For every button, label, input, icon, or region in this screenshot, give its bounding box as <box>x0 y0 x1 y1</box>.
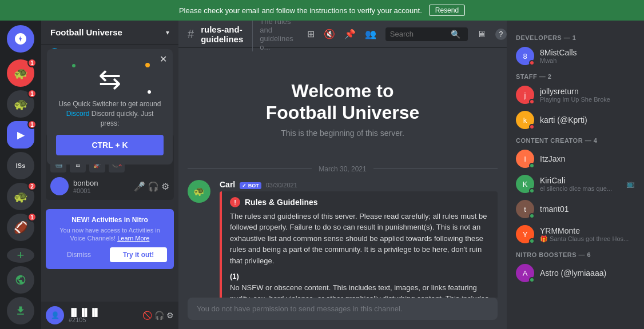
server-header[interactable]: Football Universe ▾ <box>41 21 178 45</box>
member-avatar: 8 <box>516 47 534 65</box>
mic-icon[interactable]: 🎤 <box>134 181 145 192</box>
message-avatar: 🐢 <box>188 180 210 203</box>
user-controls: 🚫 🎧 ⚙ <box>142 311 174 320</box>
member-avatar: Y <box>516 225 534 243</box>
main-layout: 🐢1 🐢1 ▶1 ISs 🐢2 🏈1 + Football Universe ▾… <box>0 21 644 329</box>
member-row[interactable]: Y YRMMonte 🎁 Santa Claus got three Hos..… <box>511 222 639 247</box>
message-embed: ! Rules & Guidelines The rules and guide… <box>220 191 498 298</box>
member-row[interactable]: j jollysreturn Playing Im Up She Broke <box>511 82 639 107</box>
member-avatar: t <box>516 200 534 218</box>
member-row[interactable]: 8 8MistCalls Mwah <box>511 43 639 69</box>
member-row[interactable]: A Astro (@lymiaaaa) <box>511 260 639 286</box>
server-icon-1[interactable]: 🐢1 <box>7 59 34 87</box>
channel-name: rules-and-guidelines <box>201 25 243 44</box>
mute-icon[interactable]: 🚫 <box>142 311 152 320</box>
message-author: Carl <box>220 180 235 189</box>
welcome-subtitle: This is the beginning of this server. <box>188 129 498 138</box>
member-avatar: k <box>516 111 534 129</box>
quick-switcher-shortcut[interactable]: CTRL + K <box>56 135 164 155</box>
member-name: 8MistCalls <box>540 48 635 57</box>
quick-switcher-popup: ✕ ⇆ Use Quick Switcher to get around Dis… <box>47 49 173 164</box>
voice-username: bonbon <box>73 179 98 187</box>
download-button[interactable] <box>7 297 34 324</box>
member-group-header: CONTENT CREATOR — 4 <box>511 133 639 146</box>
member-group-header: DEVELOPERS — 1 <box>511 30 639 43</box>
channel-hash-icon: # <box>188 27 194 41</box>
server-icon-6[interactable]: 🏈1 <box>7 214 34 241</box>
hashtag-icon[interactable]: ⊞ <box>307 29 315 39</box>
nitro-activities-popup: NEW! Activities in Nitro You now have ac… <box>46 209 174 269</box>
welcome-heading: Welcome to Football Universe <box>188 80 498 124</box>
user-avatar: 👤 <box>46 306 64 324</box>
mute-channel-icon[interactable]: 🔇 <box>324 29 335 39</box>
member-group-header: NITRO BOOSTERS — 6 <box>511 247 639 260</box>
nitro-popup-description: You now have access to Activities in Voi… <box>53 226 167 243</box>
help-icon[interactable]: ? <box>495 29 507 40</box>
server-icon-4[interactable]: ISs <box>7 152 34 179</box>
member-activity: 🎁 Santa Claus got three Hos... <box>540 235 635 243</box>
warning-icon: ! <box>230 197 240 207</box>
member-avatar: j <box>516 86 534 104</box>
member-avatar: I <box>516 150 534 168</box>
member-name: tmant01 <box>540 204 635 214</box>
member-avatar: K <box>516 175 534 193</box>
server-icon-5[interactable]: 🐢2 <box>7 183 34 210</box>
member-info: jollysreturn Playing Im Up She Broke <box>540 87 635 103</box>
quick-switcher-description: Use Quick Switcher to get around Discord… <box>56 99 164 128</box>
channel-description: The rules and guidelines o... <box>252 21 293 51</box>
member-info: Astro (@lymiaaaa) <box>540 268 635 278</box>
discord-home-button[interactable] <box>7 25 34 53</box>
user-area: 👤 ▐▌▐▌▐▌ #2105 🚫 🎧 ⚙ <box>41 302 178 329</box>
server-list: 🐢1 🐢1 ▶1 ISs 🐢2 🏈1 + <box>0 21 41 329</box>
user-settings-icon[interactable]: ⚙ <box>166 311 174 320</box>
message-content: Carl ✓ BOT 03/30/2021 ! Rules & Guidelin… <box>220 180 498 298</box>
notification-text: Please check your email and follow the i… <box>179 6 422 15</box>
voice-user-avatar <box>50 177 69 195</box>
voice-user-row: bonbon #0001 🎤 🎧 ⚙ <box>50 177 169 195</box>
member-row[interactable]: I ItzJaxn <box>511 146 639 171</box>
chevron-down-icon: ▾ <box>166 29 169 37</box>
server-icon-3[interactable]: ▶1 <box>7 121 34 149</box>
member-sidebar: DEVELOPERS — 1 8 8MistCalls Mwah STAFF —… <box>507 21 644 329</box>
member-info: 8MistCalls Mwah <box>540 48 635 64</box>
inbox-icon[interactable]: 🖥 <box>477 29 486 39</box>
stream-icon: 📺 <box>626 180 635 188</box>
message-timestamp: 03/30/2021 <box>266 182 297 188</box>
members-icon[interactable]: 👥 <box>365 29 376 39</box>
dismiss-button[interactable]: Dismiss <box>53 247 105 262</box>
server-icon-2[interactable]: 🐢1 <box>7 90 34 118</box>
member-activity: Playing Im Up She Broke <box>540 96 635 103</box>
explore-button[interactable] <box>7 266 34 294</box>
headphone-icon[interactable]: 🎧 <box>148 181 159 192</box>
member-info: tmant01 <box>540 204 635 214</box>
member-row[interactable]: k karti (@Kprti) <box>511 107 639 133</box>
server-name: Football Universe <box>50 27 122 37</box>
member-row[interactable]: K KiriCali el silencio dice mas que... 📺 <box>511 171 639 196</box>
search-icon: 🔍 <box>451 30 460 39</box>
search-input[interactable] <box>390 30 447 38</box>
member-row[interactable]: t tmant01 <box>511 196 639 222</box>
tryit-button[interactable]: Try it out! <box>110 247 167 262</box>
member-group-header: STAFF — 2 <box>511 69 639 82</box>
deafen-icon[interactable]: 🎧 <box>154 311 164 320</box>
pin-icon[interactable]: 📌 <box>344 29 356 39</box>
embed-text-3: No NSFW or obscene content. This include… <box>230 282 490 298</box>
member-activity: el silencio dice mas que... <box>540 185 621 192</box>
member-name: YRMMonte <box>540 226 635 235</box>
welcome-section: Welcome to Football Universe This is the… <box>188 57 498 158</box>
member-avatar: A <box>516 264 534 282</box>
channel-footer: You do not have permission to send messa… <box>178 298 507 329</box>
voice-user-controls: 🎤 🎧 ⚙ <box>134 181 169 192</box>
learn-more-link[interactable]: Learn More <box>117 235 149 242</box>
voice-user-discrim: #0001 <box>73 187 98 194</box>
member-name: Astro (@lymiaaaa) <box>540 268 635 278</box>
settings-icon[interactable]: ⚙ <box>161 181 169 192</box>
search-box: 🔍 <box>385 27 468 41</box>
resend-button[interactable]: Resend <box>429 5 465 16</box>
member-name: KiriCali <box>540 176 621 185</box>
channel-header: # rules-and-guidelines The rules and gui… <box>178 21 507 48</box>
message-row: 🐢 Carl ✓ BOT 03/30/2021 ! Rules & Guidel… <box>188 180 498 298</box>
add-server-button[interactable]: + <box>7 248 34 263</box>
content-area: # rules-and-guidelines The rules and gui… <box>178 21 507 329</box>
message-header: Carl ✓ BOT 03/30/2021 <box>220 180 498 189</box>
